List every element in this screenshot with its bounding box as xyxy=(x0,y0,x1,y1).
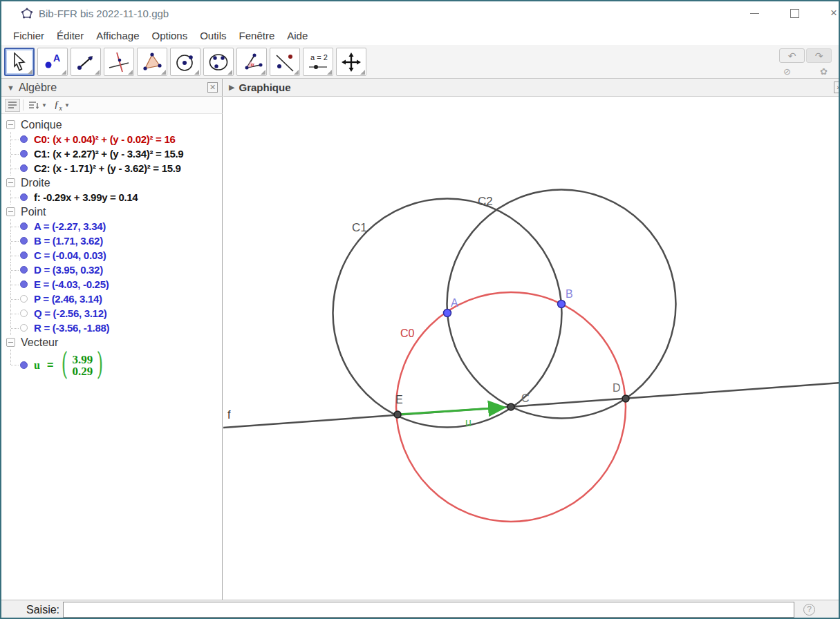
visibility-dot-icon[interactable] xyxy=(20,280,28,288)
app-window: Bib-FFR bis 2022-11-10.ggb × Fichier Édi… xyxy=(0,0,840,619)
menu-affichage[interactable]: Affichage xyxy=(90,30,145,41)
construction-drawing: C1 C2 C0 A B C D E u f xyxy=(223,97,840,600)
group-conique[interactable]: Conique xyxy=(1,117,222,132)
sort-objects-icon[interactable]: ▼ xyxy=(26,99,49,112)
object-C[interactable]: C = (-0.04, 0.03) xyxy=(1,248,222,263)
polygon-tool-button[interactable] xyxy=(137,48,167,76)
visibility-dot-icon[interactable] xyxy=(20,135,28,143)
close-button[interactable]: × xyxy=(818,1,840,25)
menu-editer[interactable]: Éditer xyxy=(50,30,90,41)
help-icon[interactable]: ⊘ xyxy=(783,66,791,77)
algebra-panel-header: ▼ Algèbre ✕ xyxy=(1,79,223,97)
label-C1: C1 xyxy=(352,221,367,234)
visibility-dot-icon[interactable] xyxy=(20,266,28,274)
object-u[interactable]: u = ( 3.99 0.29 ) xyxy=(1,350,222,381)
visibility-dot-icon[interactable] xyxy=(20,237,28,245)
input-help-icon[interactable]: ? xyxy=(803,604,815,616)
collapse-box-icon[interactable] xyxy=(6,207,15,216)
collapse-box-icon[interactable] xyxy=(6,178,15,187)
label-E: E xyxy=(395,394,403,406)
algebra-tree: Conique C0: (x + 0.04)² + (y - 0.02)² = … xyxy=(1,114,223,600)
vector-u[interactable] xyxy=(398,408,503,415)
collapse-triangle-icon[interactable]: ▼ xyxy=(7,84,15,92)
point-B[interactable] xyxy=(558,301,566,308)
object-A[interactable]: A = (-2.27, 3.34) xyxy=(1,219,222,234)
object-P[interactable]: P = (2.46, 3.14) xyxy=(1,292,222,306)
visibility-dot-icon[interactable] xyxy=(20,251,28,259)
point-tool-button[interactable]: A xyxy=(37,48,68,76)
visibility-dot-icon[interactable] xyxy=(20,193,28,201)
point-C[interactable] xyxy=(507,403,514,410)
reflect-about-line-icon xyxy=(274,51,296,73)
vector-tool-button[interactable] xyxy=(71,48,101,76)
label-f: f xyxy=(227,409,231,421)
maximize-button[interactable] xyxy=(778,1,810,25)
visibility-dot-icon[interactable] xyxy=(20,222,28,230)
label-A: A xyxy=(451,297,458,309)
point-icon: A xyxy=(41,51,64,73)
move-graphics-view-icon xyxy=(340,51,362,73)
svg-text:A: A xyxy=(53,53,60,64)
angle-icon: α xyxy=(241,51,263,73)
settings-gear-icon[interactable]: ✿ xyxy=(820,66,828,77)
move-tool-button[interactable] xyxy=(4,48,35,76)
graphics-view[interactable]: C1 C2 C0 A B C D E u f xyxy=(223,97,840,600)
label-u: u xyxy=(465,417,472,428)
algebra-close-icon[interactable]: ✕ xyxy=(207,82,218,93)
point-A[interactable] xyxy=(444,310,451,317)
label-C2: C2 xyxy=(478,195,493,208)
group-droite[interactable]: Droite xyxy=(1,175,222,190)
vector-value: 3.99 0.29 xyxy=(71,354,94,377)
menu-options[interactable]: Options xyxy=(145,30,194,41)
minimize-button[interactable] xyxy=(738,1,770,25)
circle-center-point-icon xyxy=(174,51,196,73)
label-B: B xyxy=(566,288,573,300)
visibility-dot-icon[interactable] xyxy=(20,150,28,158)
fx-filter-icon[interactable]: ƒx▼ xyxy=(52,99,72,112)
graphics-panel-title: Graphique xyxy=(239,82,290,93)
point-E[interactable] xyxy=(394,411,401,418)
object-B[interactable]: B = (1.71, 3.62) xyxy=(1,234,222,248)
expand-triangle-icon[interactable]: ▶ xyxy=(229,83,234,92)
slider-tool-button[interactable]: a = 2 xyxy=(303,48,333,76)
left-paren: ( xyxy=(62,350,68,378)
command-input[interactable] xyxy=(63,602,794,618)
group-vecteur[interactable]: Vecteur xyxy=(1,335,222,350)
conic-tool-button[interactable] xyxy=(203,48,234,76)
angle-tool-button[interactable]: α xyxy=(236,48,267,76)
reflect-tool-button[interactable] xyxy=(270,48,300,76)
conic-icon xyxy=(207,51,230,73)
menu-fichier[interactable]: Fichier xyxy=(7,30,50,41)
visibility-dot-icon[interactable] xyxy=(20,361,28,369)
collapse-box-icon[interactable] xyxy=(6,338,15,347)
window-title: Bib-FFR bis 2022-11-10.ggb xyxy=(39,8,169,19)
object-Q[interactable]: Q = (-2.56, 3.12) xyxy=(1,306,222,321)
menu-outils[interactable]: Outils xyxy=(194,30,232,41)
graphics-panel-header: ▶ Graphique › xyxy=(223,79,840,97)
visibility-dot-icon[interactable] xyxy=(20,295,28,303)
graphics-close-icon[interactable]: › xyxy=(834,82,840,93)
object-D[interactable]: D = (3.95, 0.32) xyxy=(1,263,222,277)
circle-tool-button[interactable] xyxy=(170,48,200,76)
perpendicular-line-tool-button[interactable] xyxy=(104,48,134,76)
move-view-tool-button[interactable] xyxy=(336,48,366,76)
collapse-box-icon[interactable] xyxy=(6,120,15,129)
visibility-dot-icon[interactable] xyxy=(20,324,28,332)
point-D[interactable] xyxy=(622,395,629,402)
visibility-dot-icon[interactable] xyxy=(20,310,28,317)
auxiliary-objects-icon[interactable] xyxy=(5,99,20,112)
object-C1[interactable]: C1: (x + 2.27)² + (y - 3.34)² = 15.9 xyxy=(1,146,222,161)
menu-aide[interactable]: Aide xyxy=(281,30,314,41)
visibility-dot-icon[interactable] xyxy=(20,164,28,172)
menu-fenetre[interactable]: Fenêtre xyxy=(233,30,281,41)
object-E[interactable]: E = (-4.03, -0.25) xyxy=(1,277,222,292)
input-bar: Saisie: ? xyxy=(1,600,839,619)
object-C0[interactable]: C0: (x + 0.04)² + (y - 0.02)² = 16 xyxy=(1,132,222,146)
group-point[interactable]: Point xyxy=(1,204,222,219)
object-C2[interactable]: C2: (x - 1.71)² + (y - 3.62)² = 15.9 xyxy=(1,161,222,175)
redo-button[interactable]: ↷ xyxy=(806,48,832,63)
object-R[interactable]: R = (-3.56, -1.88) xyxy=(1,321,222,335)
right-paren: ) xyxy=(97,350,103,378)
object-f[interactable]: f: -0.29x + 3.99y = 0.14 xyxy=(1,190,222,204)
undo-button[interactable]: ↶ xyxy=(779,48,805,63)
